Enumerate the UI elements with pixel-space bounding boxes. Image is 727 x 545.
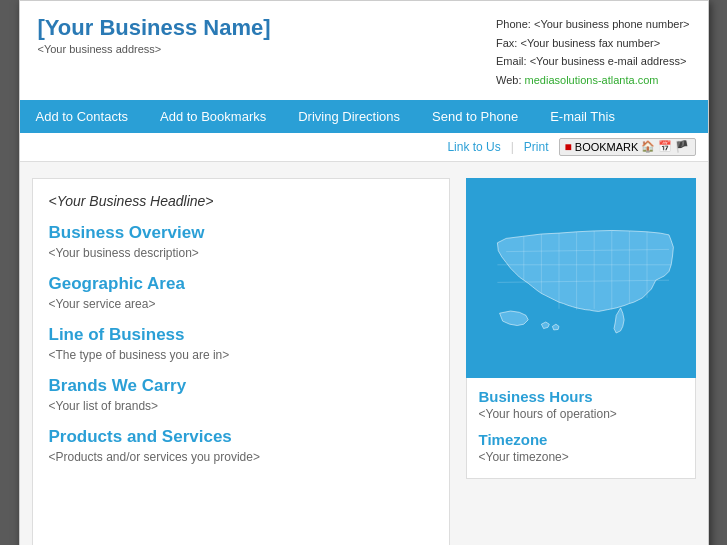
section-text-0: <Your business description> <box>49 246 433 260</box>
right-info: Business Hours <Your hours of operation>… <box>466 378 696 479</box>
business-headline: <Your Business Headline> <box>49 193 433 209</box>
toolbar-separator: | <box>511 140 514 154</box>
bookmark-icons: 🏠 📅 🏴 <box>641 140 689 153</box>
phone-info: Phone: <Your business phone number> <box>496 15 689 34</box>
right-section-text-0: <Your hours of operation> <box>479 407 683 421</box>
right-section-title-0: Business Hours <box>479 388 683 405</box>
business-name: [Your Business Name] <box>38 15 271 41</box>
map-container <box>466 178 696 378</box>
nav-send-to-phone[interactable]: Send to Phone <box>416 100 534 133</box>
section-title-2: Line of Business <box>49 325 433 345</box>
nav-email-this[interactable]: E-mail This <box>534 100 631 133</box>
section-title-4: Products and Services <box>49 427 433 447</box>
section-title-0: Business Overview <box>49 223 433 243</box>
section-title-3: Brands We Carry <box>49 376 433 396</box>
right-section-title-1: Timezone <box>479 431 683 448</box>
web-url[interactable]: mediasolutions-atlanta.com <box>525 74 659 86</box>
section-text-3: <Your list of brands> <box>49 399 433 413</box>
nav-add-contacts[interactable]: Add to Contacts <box>20 100 145 133</box>
section-text-2: <The type of business you are in> <box>49 348 433 362</box>
nav-driving-directions[interactable]: Driving Directions <box>282 100 416 133</box>
web-label: Web: <box>496 74 525 86</box>
bookmark-button[interactable]: ■ BOOKMARK 🏠 📅 🏴 <box>559 138 696 156</box>
bookmark-label: BOOKMARK <box>575 141 639 153</box>
header-left: [Your Business Name] <Your business addr… <box>38 15 271 55</box>
section-text-1: <Your service area> <box>49 297 433 311</box>
section-text-4: <Products and/or services you provide> <box>49 450 433 464</box>
nav-bar: Add to Contacts Add to Bookmarks Driving… <box>20 100 708 133</box>
bookmark-icon: ■ <box>565 140 572 154</box>
nav-add-bookmarks[interactable]: Add to Bookmarks <box>144 100 282 133</box>
right-column: Business Hours <Your hours of operation>… <box>466 178 696 545</box>
link-to-us-button[interactable]: Link to Us <box>447 140 500 154</box>
header: [Your Business Name] <Your business addr… <box>20 1 708 100</box>
business-address: <Your business address> <box>38 43 271 55</box>
web-info: Web: mediasolutions-atlanta.com <box>496 71 689 90</box>
header-right: Phone: <Your business phone number> Fax:… <box>496 15 689 90</box>
print-button[interactable]: Print <box>524 140 549 154</box>
us-map <box>471 183 691 373</box>
left-column: <Your Business Headline> Business Overvi… <box>32 178 450 545</box>
section-title-1: Geographic Area <box>49 274 433 294</box>
main-window: [Your Business Name] <Your business addr… <box>19 0 709 545</box>
main-content: <Your Business Headline> Business Overvi… <box>20 162 708 545</box>
email-info: Email: <Your business e-mail address> <box>496 52 689 71</box>
fax-info: Fax: <Your business fax number> <box>496 34 689 53</box>
toolbar: Link to Us | Print ■ BOOKMARK 🏠 📅 🏴 <box>20 133 708 162</box>
right-section-text-1: <Your timezone> <box>479 450 683 464</box>
